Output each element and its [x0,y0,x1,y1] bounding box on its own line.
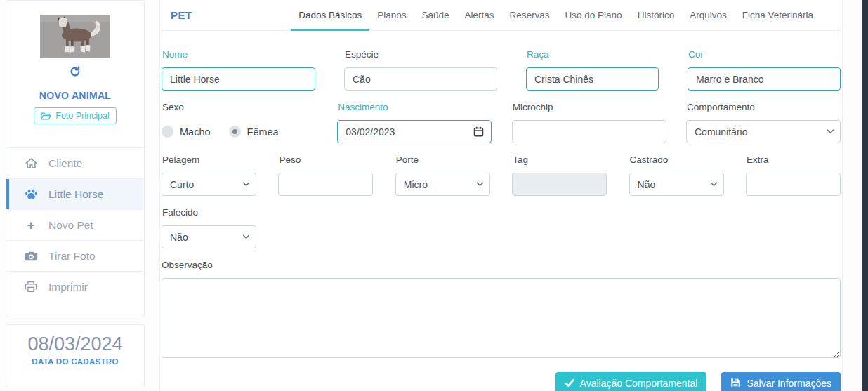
tab-arquivos[interactable]: Arquivos [682,0,735,30]
behavior-assessment-button[interactable]: Avaliação Comportamental [555,372,707,391]
registration-date-card: 08/03/2024 DATA DO CADASTRO [6,324,145,387]
refresh-icon[interactable] [70,66,81,77]
pet-header: PET Dados Básicos Planos Saúde Alertas R… [162,0,841,31]
porte-select[interactable]: Micro [395,173,490,196]
radio-checked-icon[interactable] [229,126,241,138]
tab-uso-do-plano[interactable]: Uso do Plano [558,0,630,30]
pet-profile-card: NOVO ANIMAL Foto Principal Cliente [6,0,145,317]
microchip-input[interactable] [512,120,666,143]
sexo-option-label: Macho [180,126,211,138]
peso-label: Peso [279,154,373,166]
save-button[interactable]: Salvar Informações [721,372,841,391]
home-icon [24,157,38,169]
pelagem-label: Pelagem [162,154,256,166]
especie-input[interactable] [344,67,497,91]
nome-label: Nome [162,49,315,61]
sidebar-item-imprimir[interactable]: Imprimir [6,271,144,302]
extra-label: Extra [747,154,841,166]
sidebar-menu: Cliente Little Horse + Novo Pet [6,147,144,302]
plus-icon: + [24,218,38,232]
save-button-label: Salvar Informações [747,378,831,389]
comportamento-select[interactable]: Comunitário [686,120,841,143]
raca-label: Raça [527,49,659,61]
falecido-label: Falecido [162,207,256,219]
tab-planos[interactable]: Planos [369,0,414,30]
especie-label: Espécie [345,49,497,61]
nascimento-input[interactable]: 03/02/2023 [337,120,492,143]
main-photo-button-label: Foto Principal [55,111,109,121]
nome-input[interactable] [162,67,315,91]
raca-input[interactable] [526,67,659,91]
sexo-label: Sexo [162,102,317,114]
sidebar-item-label: Tirar Foto [48,250,96,263]
paw-icon [24,188,38,200]
tab-dados-basicos[interactable]: Dados Básicos [291,0,369,30]
porte-label: Porte [396,154,490,166]
sidebar-item-label: Imprimir [48,281,88,293]
sidebar-item-novo-pet[interactable]: + Novo Pet [6,209,144,240]
sexo-option-macho[interactable]: Macho [162,126,211,138]
pelagem-select[interactable]: Curto [162,173,256,196]
tag-input [512,173,607,196]
save-icon [730,378,741,388]
nascimento-value: 03/02/2023 [346,126,395,138]
new-animal-label: NOVO ANIMAL [6,90,144,101]
tab-historico[interactable]: Histórico [630,0,683,30]
camera-icon [24,251,38,262]
sidebar-item-pet-little-horse[interactable]: Little Horse [6,178,144,209]
tag-label: Tag [513,154,607,166]
pet-form: Nome Espécie Raça Cor Sexo [162,31,841,391]
pet-panel: PET Dados Básicos Planos Saúde Alertas R… [159,0,843,391]
sidebar: NOVO ANIMAL Foto Principal Cliente [6,0,145,391]
falecido-select[interactable]: Não [162,225,256,248]
pet-photo [40,15,110,58]
microchip-label: Microchip [513,102,666,114]
right-gutter [843,0,862,391]
cor-input[interactable] [688,67,841,91]
form-actions: Avaliação Comportamental Salvar Informaç… [162,372,841,391]
tab-reservas[interactable]: Reservas [502,0,558,30]
check-icon [565,378,574,387]
sexo-radio-group: Macho Fêmea [162,120,317,143]
sexo-option-label: Fêmea [247,126,279,138]
tab-bar: Dados Básicos Planos Saúde Alertas Reser… [291,0,821,30]
sidebar-item-tirar-foto[interactable]: Tirar Foto [6,240,144,271]
sidebar-item-label: Cliente [48,157,82,170]
castrado-select[interactable]: Não [629,173,724,196]
calendar-icon[interactable] [473,126,484,137]
tab-saude[interactable]: Saúde [414,0,456,30]
nascimento-label: Nascimento [338,102,492,114]
folder-open-icon [41,112,51,121]
behavior-assessment-label: Avaliação Comportamental [580,378,698,389]
observacao-label: Observação [162,260,841,272]
cor-label: Cor [688,49,841,61]
printer-icon [24,281,38,293]
page-title: PET [171,9,192,21]
comportamento-label: Comportamento [687,102,841,114]
sidebar-item-label: Little Horse [48,188,103,201]
pet-photo-wrap [6,1,144,61]
tab-alertas[interactable]: Alertas [457,0,502,30]
tab-ficha-veterinaria[interactable]: Ficha Veterinária [735,0,821,30]
castrado-label: Castrado [630,154,724,166]
main-photo-button[interactable]: Foto Principal [34,107,116,124]
registration-date: 08/03/2024 [6,333,144,354]
sidebar-item-cliente[interactable]: Cliente [6,147,144,178]
dark-edge-strip [862,0,868,391]
radio-unchecked-icon[interactable] [162,126,173,138]
peso-input[interactable] [278,173,373,196]
sexo-option-femea[interactable]: Fêmea [229,126,279,138]
observacao-textarea[interactable] [162,278,841,358]
registration-date-caption: DATA DO CADASTRO [6,357,144,366]
extra-input[interactable] [746,173,841,196]
sidebar-item-label: Novo Pet [48,219,93,232]
